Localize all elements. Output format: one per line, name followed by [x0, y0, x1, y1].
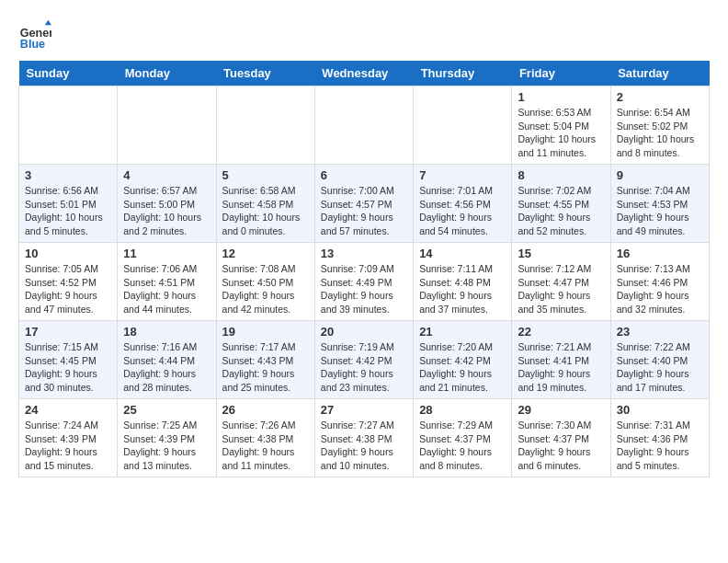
day-cell: 5Sunrise: 6:58 AM Sunset: 4:58 PM Daylig…: [216, 165, 314, 243]
day-cell: 1Sunrise: 6:53 AM Sunset: 5:04 PM Daylig…: [512, 86, 610, 165]
column-header-tuesday: Tuesday: [216, 61, 314, 86]
day-info: Sunrise: 7:06 AM Sunset: 4:51 PM Dayligh…: [123, 263, 197, 315]
day-info: Sunrise: 7:25 AM Sunset: 4:39 PM Dayligh…: [123, 419, 197, 471]
day-cell: 28Sunrise: 7:29 AM Sunset: 4:37 PM Dayli…: [414, 399, 512, 477]
day-info: Sunrise: 6:56 AM Sunset: 5:01 PM Dayligh…: [25, 185, 103, 236]
day-info: Sunrise: 6:58 AM Sunset: 4:58 PM Dayligh…: [222, 185, 301, 236]
day-number: 5: [222, 168, 309, 182]
day-info: Sunrise: 7:27 AM Sunset: 4:38 PM Dayligh…: [321, 419, 394, 471]
day-info: Sunrise: 6:54 AM Sunset: 5:02 PM Dayligh…: [617, 107, 695, 158]
day-cell: 19Sunrise: 7:17 AM Sunset: 4:43 PM Dayli…: [216, 321, 314, 399]
week-row-4: 17Sunrise: 7:15 AM Sunset: 4:45 PM Dayli…: [19, 321, 710, 399]
day-info: Sunrise: 7:16 AM Sunset: 4:44 PM Dayligh…: [123, 341, 197, 393]
day-info: Sunrise: 7:12 AM Sunset: 4:47 PM Dayligh…: [518, 263, 591, 315]
page-header: General Blue: [18, 18, 710, 52]
week-row-5: 24Sunrise: 7:24 AM Sunset: 4:39 PM Dayli…: [19, 399, 710, 477]
day-cell: 9Sunrise: 7:04 AM Sunset: 4:53 PM Daylig…: [610, 165, 709, 243]
day-info: Sunrise: 7:24 AM Sunset: 4:39 PM Dayligh…: [25, 419, 98, 471]
day-number: 7: [419, 168, 506, 182]
day-cell: 2Sunrise: 6:54 AM Sunset: 5:02 PM Daylig…: [610, 86, 709, 165]
day-info: Sunrise: 7:29 AM Sunset: 4:37 PM Dayligh…: [419, 419, 493, 471]
day-cell: 26Sunrise: 7:26 AM Sunset: 4:38 PM Dayli…: [216, 399, 314, 477]
day-number: 30: [617, 403, 703, 417]
week-row-2: 3Sunrise: 6:56 AM Sunset: 5:01 PM Daylig…: [19, 165, 710, 243]
day-info: Sunrise: 7:11 AM Sunset: 4:48 PM Dayligh…: [419, 263, 493, 315]
day-number: 20: [321, 325, 407, 339]
day-info: Sunrise: 7:00 AM Sunset: 4:57 PM Dayligh…: [321, 185, 394, 236]
day-cell: [314, 86, 413, 165]
calendar-table: SundayMondayTuesdayWednesdayThursdayFrid…: [18, 61, 710, 477]
day-info: Sunrise: 7:02 AM Sunset: 4:55 PM Dayligh…: [518, 185, 591, 236]
day-cell: 20Sunrise: 7:19 AM Sunset: 4:42 PM Dayli…: [314, 321, 413, 399]
day-number: 29: [518, 403, 604, 417]
day-cell: 8Sunrise: 7:02 AM Sunset: 4:55 PM Daylig…: [512, 165, 610, 243]
logo: General Blue: [18, 18, 51, 52]
day-info: Sunrise: 7:08 AM Sunset: 4:50 PM Dayligh…: [222, 263, 296, 315]
column-header-friday: Friday: [512, 61, 610, 86]
day-cell: 27Sunrise: 7:27 AM Sunset: 4:38 PM Dayli…: [314, 399, 413, 477]
day-cell: [19, 86, 118, 165]
day-number: 11: [123, 247, 210, 260]
day-info: Sunrise: 7:31 AM Sunset: 4:36 PM Dayligh…: [617, 419, 690, 471]
day-info: Sunrise: 7:09 AM Sunset: 4:49 PM Dayligh…: [321, 263, 394, 315]
day-number: 8: [518, 168, 604, 182]
day-number: 10: [25, 247, 111, 260]
day-info: Sunrise: 7:22 AM Sunset: 4:40 PM Dayligh…: [617, 341, 690, 393]
day-cell: 24Sunrise: 7:24 AM Sunset: 4:39 PM Dayli…: [19, 399, 118, 477]
day-number: 25: [123, 403, 210, 417]
day-info: Sunrise: 6:53 AM Sunset: 5:04 PM Dayligh…: [518, 107, 596, 158]
day-number: 27: [321, 403, 407, 417]
day-cell: 21Sunrise: 7:20 AM Sunset: 4:42 PM Dayli…: [414, 321, 512, 399]
day-cell: 30Sunrise: 7:31 AM Sunset: 4:36 PM Dayli…: [610, 399, 709, 477]
day-number: 17: [25, 325, 111, 339]
day-number: 21: [419, 325, 506, 339]
day-info: Sunrise: 7:20 AM Sunset: 4:42 PM Dayligh…: [419, 341, 493, 393]
day-number: 28: [419, 403, 506, 417]
day-cell: 22Sunrise: 7:21 AM Sunset: 4:41 PM Dayli…: [512, 321, 610, 399]
day-info: Sunrise: 7:05 AM Sunset: 4:52 PM Dayligh…: [25, 263, 98, 315]
day-cell: 17Sunrise: 7:15 AM Sunset: 4:45 PM Dayli…: [19, 321, 118, 399]
day-cell: 3Sunrise: 6:56 AM Sunset: 5:01 PM Daylig…: [19, 165, 118, 243]
day-info: Sunrise: 7:21 AM Sunset: 4:41 PM Dayligh…: [518, 341, 591, 393]
day-number: 3: [25, 168, 111, 182]
day-number: 15: [518, 247, 604, 260]
day-info: Sunrise: 6:57 AM Sunset: 5:00 PM Dayligh…: [123, 185, 201, 236]
day-cell: [216, 86, 314, 165]
day-number: 9: [617, 168, 703, 182]
svg-marker-2: [45, 20, 51, 25]
day-number: 14: [419, 247, 506, 260]
day-number: 19: [222, 325, 309, 339]
day-number: 13: [321, 247, 407, 260]
day-info: Sunrise: 7:01 AM Sunset: 4:56 PM Dayligh…: [419, 185, 493, 236]
day-info: Sunrise: 7:30 AM Sunset: 4:37 PM Dayligh…: [518, 419, 591, 471]
day-cell: 12Sunrise: 7:08 AM Sunset: 4:50 PM Dayli…: [216, 243, 314, 321]
day-info: Sunrise: 7:19 AM Sunset: 4:42 PM Dayligh…: [321, 341, 394, 393]
day-cell: 10Sunrise: 7:05 AM Sunset: 4:52 PM Dayli…: [19, 243, 118, 321]
day-number: 24: [25, 403, 111, 417]
day-info: Sunrise: 7:04 AM Sunset: 4:53 PM Dayligh…: [617, 185, 690, 236]
day-cell: 7Sunrise: 7:01 AM Sunset: 4:56 PM Daylig…: [414, 165, 512, 243]
day-number: 12: [222, 247, 309, 260]
day-cell: 4Sunrise: 6:57 AM Sunset: 5:00 PM Daylig…: [118, 165, 216, 243]
column-header-wednesday: Wednesday: [314, 61, 413, 86]
week-row-3: 10Sunrise: 7:05 AM Sunset: 4:52 PM Dayli…: [19, 243, 710, 321]
day-number: 23: [617, 325, 703, 339]
day-number: 6: [321, 168, 407, 182]
day-number: 18: [123, 325, 210, 339]
column-header-monday: Monday: [118, 61, 216, 86]
day-number: 16: [617, 247, 703, 260]
day-number: 26: [222, 403, 309, 417]
week-row-1: 1Sunrise: 6:53 AM Sunset: 5:04 PM Daylig…: [19, 86, 710, 165]
day-cell: 11Sunrise: 7:06 AM Sunset: 4:51 PM Dayli…: [118, 243, 216, 321]
day-cell: 14Sunrise: 7:11 AM Sunset: 4:48 PM Dayli…: [414, 243, 512, 321]
logo-icon: General Blue: [18, 18, 51, 52]
day-info: Sunrise: 7:13 AM Sunset: 4:46 PM Dayligh…: [617, 263, 690, 315]
day-cell: 6Sunrise: 7:00 AM Sunset: 4:57 PM Daylig…: [314, 165, 413, 243]
day-cell: 15Sunrise: 7:12 AM Sunset: 4:47 PM Dayli…: [512, 243, 610, 321]
day-info: Sunrise: 7:26 AM Sunset: 4:38 PM Dayligh…: [222, 419, 296, 471]
column-header-thursday: Thursday: [414, 61, 512, 86]
day-info: Sunrise: 7:15 AM Sunset: 4:45 PM Dayligh…: [25, 341, 98, 393]
day-cell: 16Sunrise: 7:13 AM Sunset: 4:46 PM Dayli…: [610, 243, 709, 321]
day-cell: [118, 86, 216, 165]
column-header-saturday: Saturday: [610, 61, 709, 86]
